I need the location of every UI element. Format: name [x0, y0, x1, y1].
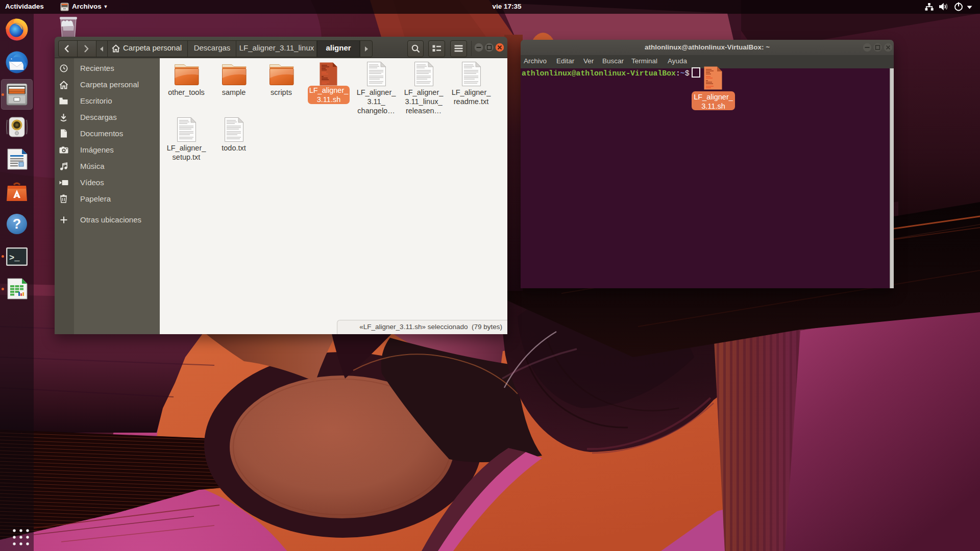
svg-text:>_: >_: [9, 253, 20, 263]
svg-text:?: ?: [13, 216, 21, 232]
